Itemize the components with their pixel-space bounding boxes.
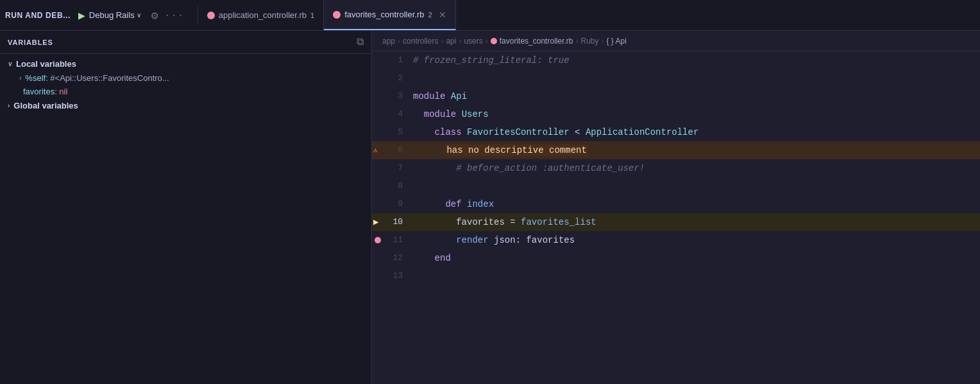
line-number-8: 8 [398,177,403,195]
line-gutter-7: 7 [372,159,408,177]
code-content-1: # frozen_string_literal: true [408,51,980,69]
ruby-dot-icon [491,38,497,44]
chevron-right-icon: › [8,102,10,109]
global-variables-section[interactable]: › Global variables [0,98,371,113]
code-line-11: 11 render json: favorites [372,231,980,249]
run-label: RUN AND DEB... [5,11,71,20]
code-line-6: ⚠ 6 has no descriptive comment [372,141,980,159]
breadcrumb-api: api [446,37,456,46]
line-gutter-12: 12 [372,249,408,267]
breadcrumb-app: app [382,37,395,46]
copy-icon[interactable]: ⧉ [357,36,364,48]
line-gutter-9: 9 [372,195,408,213]
tab-badge: 2 [428,11,432,19]
tab-label: application_controller.rb [219,10,307,20]
local-variables-label: Local variables [16,59,76,69]
sidebar-header: VARIABLES ⧉ [0,31,371,54]
close-tab-icon[interactable]: ✕ [439,10,446,19]
line-gutter-8: 8 [372,177,408,195]
line-number-7: 7 [398,159,403,177]
code-content-10: favorites = favorites_list [408,213,980,231]
sidebar: VARIABLES ⧉ ∨ Local variables › %self: #… [0,31,372,384]
code-line-9: 9 def index [372,195,980,213]
line-gutter-3: 3 [372,87,408,105]
breadcrumb-file: favorites_controller.rb [500,37,573,46]
code-content-11: render json: favorites [408,231,980,249]
code-content-5: class FavoritesController < ApplicationC… [408,123,980,141]
line-number-4: 4 [398,105,403,123]
breadcrumb-users: users [464,37,482,46]
debug-arrow-icon: ▶ [373,213,378,231]
main-content: VARIABLES ⧉ ∨ Local variables › %self: #… [0,31,980,384]
global-variables-label: Global variables [13,101,78,110]
line-number-2: 2 [398,69,403,87]
line-number-3: 3 [398,87,403,105]
play-button[interactable]: ▶ [78,8,85,22]
editor-area: app › controllers › api › users › favori… [372,31,980,384]
code-content-9: def index [408,195,980,213]
line-number-6: 6 [398,141,403,159]
breadcrumb-ruby: Ruby [580,37,598,46]
line-number-9: 9 [398,195,403,213]
var-name-favorites: favorites: [23,87,57,96]
code-line-12: 12 end [372,249,980,267]
code-line-3: 3 module Api [372,87,980,105]
tab-badge: 1 [310,12,314,19]
var-value-favorites: nil [57,87,68,96]
chevron-down-icon: ∨ [8,60,12,67]
tab-favorites-controller[interactable]: favorites_controller.rb 2 ✕ [324,0,455,30]
variable-self[interactable]: › %self: #<Api::Users::FavoritesContro..… [0,71,371,85]
var-value-self: #<Api::Users::FavoritesContro... [48,73,169,83]
line-gutter-1: 1 [372,51,408,69]
code-content-3: module Api [408,87,980,105]
code-line-8: 8 [372,177,980,195]
gear-icon[interactable]: ⚙ [151,8,158,22]
line-number-10: 10 [393,213,403,231]
local-variables-section[interactable]: ∨ Local variables [0,57,371,71]
line-gutter-10: ▶ 10 [372,213,408,231]
sidebar-title: VARIABLES [8,39,53,46]
var-name-self: %self: [25,73,47,83]
breadcrumb-controllers: controllers [403,37,438,46]
line-number-1: 1 [398,51,403,69]
code-content-6: has no descriptive comment [408,141,980,159]
breadcrumb-api-module: { } Api [607,37,627,46]
debug-config-label: Debug Rails [89,10,135,20]
breadcrumb: app › controllers › api › users › favori… [372,31,980,51]
line-gutter-11: 11 [372,231,408,249]
code-content-12: end [408,249,980,267]
line-gutter-2: 2 [372,69,408,87]
variable-favorites[interactable]: favorites: nil [0,85,371,98]
code-line-7: 7 # before_action :authenticate_user! [372,159,980,177]
code-content-4: module Users [408,105,980,123]
variables-section: ∨ Local variables › %self: #<Api::Users:… [0,54,371,384]
code-line-13: 13 [372,267,980,285]
code-line-10: ▶ 10 favorites = favorites_list [372,213,980,231]
ruby-dot-icon [333,11,341,19]
line-number-12: 12 [393,249,403,267]
tab-label: favorites_controller.rb [344,10,424,19]
chevron-down-icon[interactable]: ∨ [137,12,141,19]
line-number-5: 5 [398,123,403,141]
tab-application-controller[interactable]: application_controller.rb 1 [198,0,324,30]
line-gutter-5: 5 [372,123,408,141]
expand-icon: › [19,74,21,82]
breakpoint-icon [375,237,381,243]
line-number-11: 11 [393,231,403,249]
code-line-4: 4 module Users [372,105,980,123]
line-gutter-13: 13 [372,267,408,285]
code-line-1: 1 # frozen_string_literal: true [372,51,980,69]
tabs-area: application_controller.rb 1 favorites_co… [198,0,975,30]
line-number-13: 13 [393,267,403,285]
code-editor[interactable]: 1 # frozen_string_literal: true 2 3 modu… [372,51,980,384]
warning-icon: ⚠ [373,141,378,159]
code-content-7: # before_action :authenticate_user! [408,159,980,177]
line-gutter-4: 4 [372,105,408,123]
line-gutter-6: ⚠ 6 [372,141,408,159]
more-options-icon[interactable]: ··· [165,10,185,21]
ruby-dot-icon [207,12,215,19]
top-bar: RUN AND DEB... ▶ Debug Rails ∨ ⚙ ··· app… [0,0,980,31]
code-line-2: 2 [372,69,980,87]
code-line-5: 5 class FavoritesController < Applicatio… [372,123,980,141]
